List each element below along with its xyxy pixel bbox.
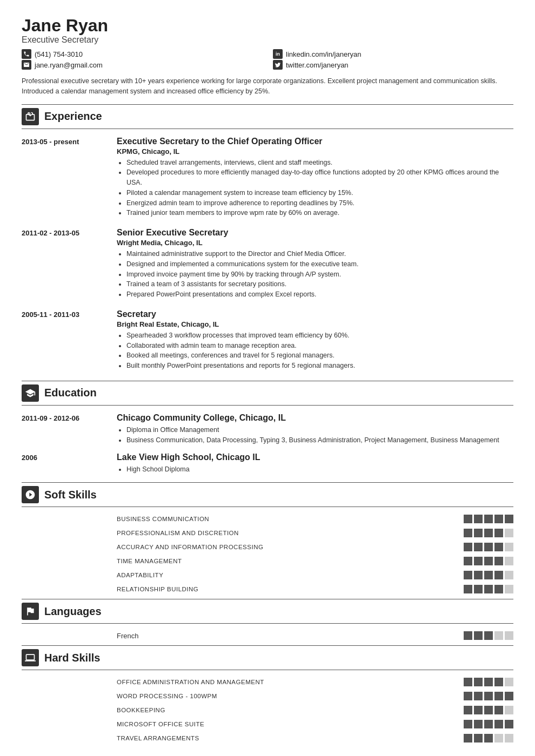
education-entry: 2011-09 - 2012-06 Chicago Community Coll… [22, 413, 513, 446]
linkedin-icon: in [273, 49, 283, 59]
skill-name: MICROSOFT OFFICE SUITE [117, 721, 455, 727]
hard-skills-section-header: Hard Skills [22, 645, 513, 670]
skill-name: TIME MANAGEMENT [117, 558, 455, 564]
skill-dot [505, 557, 513, 565]
twitter-icon [273, 60, 283, 70]
bullet: Diploma in Office Management [126, 425, 513, 435]
skill-dots [464, 720, 513, 728]
skill-entry: PROFESSIONALISM AND DISCRETION [22, 529, 513, 537]
lang-dot [505, 631, 513, 640]
exp-date: 2013-05 - present [22, 137, 108, 219]
skill-dots [464, 543, 513, 551]
skill-entry: TIME MANAGEMENT [22, 557, 513, 565]
skill-dot [474, 692, 483, 700]
bullet: Built monthly PowerPoint presentations a… [126, 361, 513, 371]
skill-dot [494, 571, 503, 579]
skill-dot [474, 571, 483, 579]
school-name: Lake View High School, Chicago IL [117, 453, 513, 462]
skill-entry: TRAVEL ARRANGEMENTS [22, 734, 513, 742]
edu-bullets-list: Diploma in Office ManagementBusiness Com… [117, 425, 513, 446]
skill-dot [494, 678, 503, 686]
skill-dot [494, 515, 503, 523]
skill-entry: BUSINESS COMMUNICATION [22, 515, 513, 523]
skill-dot [484, 557, 493, 565]
skill-name: WORD PROCESSING - 100WPM [117, 693, 455, 699]
experience-entry: 2011-02 - 2013-05 Senior Executive Secre… [22, 228, 513, 300]
job-position-title: Executive Secretary to the Chief Operati… [117, 137, 513, 146]
skill-dots [464, 706, 513, 714]
experience-list: 2013-05 - present Executive Secretary to… [22, 137, 513, 371]
edu-date: 2006 [22, 453, 108, 475]
skill-dot [494, 557, 503, 565]
bullet: Prepared PowerPoint presentations and co… [126, 289, 513, 300]
exp-date: 2011-02 - 2013-05 [22, 228, 108, 300]
experience-entry: 2013-05 - present Executive Secretary to… [22, 137, 513, 219]
company-name: KPMG, Chicago, IL [117, 147, 513, 156]
skill-dot [484, 720, 493, 728]
skill-dot [484, 585, 493, 593]
skill-dot [474, 529, 483, 537]
skill-dot [484, 515, 493, 523]
summary: Professional executive secretary with 10… [22, 76, 513, 97]
lang-dot [474, 631, 483, 640]
skill-dot [505, 692, 513, 700]
bullet: Trained junior team members to improve w… [126, 208, 513, 218]
skill-dot [464, 706, 472, 714]
hard-skills-icon [22, 649, 39, 666]
bullet: Designed and implemented a communication… [126, 259, 513, 269]
education-title: Education [44, 387, 97, 399]
skill-dot [474, 734, 483, 742]
company-name: Wright Media, Chicago, IL [117, 239, 513, 247]
skill-dot [494, 692, 503, 700]
soft-skills-icon [22, 486, 39, 503]
soft-skills-list: BUSINESS COMMUNICATION PROFESSIONALISM A… [22, 515, 513, 593]
skill-name: RELATIONSHIP BUILDING [117, 586, 455, 592]
skill-dot [494, 720, 503, 728]
skill-entry: WORD PROCESSING - 100WPM [22, 692, 513, 700]
skill-dot [505, 678, 513, 686]
skill-entry: ADAPTABILITY [22, 571, 513, 579]
skill-dot [464, 529, 472, 537]
education-section-header: Education [22, 381, 513, 406]
skill-dots [464, 692, 513, 700]
skill-dot [484, 543, 493, 551]
skill-dot [494, 734, 503, 742]
skill-dot [474, 720, 483, 728]
skill-dot [494, 529, 503, 537]
job-position-title: Senior Executive Secretary [117, 228, 513, 238]
skill-entry: BOOKKEEPING [22, 706, 513, 714]
bullet: Spearheaded 3 workflow processes that im… [126, 330, 513, 341]
language-entry: French [22, 631, 513, 640]
name: Jane Ryan [22, 16, 513, 35]
exp-content: Senior Executive Secretary Wright Media,… [117, 228, 513, 300]
skill-name: ADAPTABILITY [117, 572, 455, 578]
bullet: Scheduled travel arrangements, interview… [126, 158, 513, 168]
exp-date: 2005-11 - 2011-03 [22, 309, 108, 371]
skill-entry: MICROSOFT OFFICE SUITE [22, 720, 513, 728]
lang-dot [494, 631, 503, 640]
skill-dots [464, 571, 513, 579]
skill-dot [505, 706, 513, 714]
job-position-title: Secretary [117, 309, 513, 319]
skill-entry: ACCURACY AND INFORMATION PROCESSING [22, 543, 513, 551]
skill-entry: OFFICE ADMINISTRATION AND MANAGEMENT [22, 678, 513, 686]
languages-title: Languages [44, 605, 102, 618]
skill-dot [484, 678, 493, 686]
school-name: Chicago Community College, Chicago, IL [117, 413, 513, 423]
skill-name: BUSINESS COMMUNICATION [117, 516, 455, 522]
skill-dot [464, 557, 472, 565]
skill-name: PROFESSIONALISM AND DISCRETION [117, 530, 455, 536]
exp-content: Executive Secretary to the Chief Operati… [117, 137, 513, 219]
hard-skills-list: OFFICE ADMINISTRATION AND MANAGEMENT WOR… [22, 678, 513, 742]
bullet: Piloted a calendar management system to … [126, 188, 513, 198]
skill-dot [484, 706, 493, 714]
skill-dot [474, 706, 483, 714]
skill-dot [464, 571, 472, 579]
email-contact: jane.ryan@gmail.com [22, 60, 262, 70]
soft-skills-section-header: Soft Skills [22, 482, 513, 507]
bullets-list: Maintained administrative support to the… [117, 249, 513, 300]
skill-dot [474, 585, 483, 593]
skill-dot [505, 543, 513, 551]
skill-name: TRAVEL ARRANGEMENTS [117, 735, 455, 741]
phone-contact: (541) 754-3010 [22, 49, 262, 59]
